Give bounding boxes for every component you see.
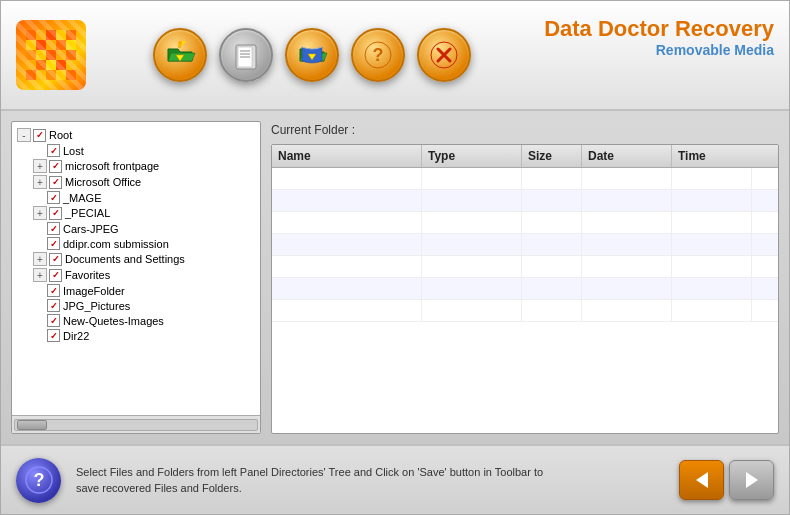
svg-rect-17 [36, 60, 46, 70]
tree-scroll-thumb[interactable] [17, 420, 47, 430]
table-body [272, 168, 778, 322]
close-button[interactable] [415, 26, 473, 84]
table-row[interactable] [272, 256, 778, 278]
svg-marker-42 [746, 472, 758, 488]
toolbar: ? [151, 26, 473, 84]
tree-item-lost[interactable]: Lost [33, 143, 255, 158]
label-imgfolder: ImageFolder [63, 285, 125, 297]
cell [522, 300, 582, 321]
checkbox-docs[interactable] [49, 253, 62, 266]
open-button[interactable] [151, 26, 209, 84]
read-button[interactable] [217, 26, 275, 84]
cell [582, 212, 672, 233]
col-time: Time [672, 145, 752, 167]
save-button[interactable] [283, 26, 341, 84]
back-button[interactable] [679, 460, 724, 500]
table-row[interactable] [272, 300, 778, 322]
expand-special[interactable]: + [33, 206, 47, 220]
tree-scroll-track[interactable] [14, 419, 258, 431]
tree-item-jpgpic[interactable]: JPG_Pictures [33, 298, 255, 313]
tree-item-msoffice[interactable]: + Microsoft Office [33, 174, 255, 190]
table-row[interactable] [272, 212, 778, 234]
label-special: _PECIAL [65, 207, 110, 219]
cell [422, 278, 522, 299]
checkbox-dir22[interactable] [47, 329, 60, 342]
tree-area[interactable]: - Root Lost + microsoft frontpage [12, 122, 260, 415]
svg-rect-21 [26, 70, 36, 80]
cell [272, 300, 422, 321]
cell [422, 212, 522, 233]
svg-rect-13 [46, 50, 56, 60]
label-msoffice: Microsoft Office [65, 176, 141, 188]
cell [672, 300, 752, 321]
expand-root[interactable]: - [17, 128, 31, 142]
svg-text:?: ? [373, 45, 384, 65]
label-msfront: microsoft frontpage [65, 160, 159, 172]
checkbox-msfront[interactable] [49, 160, 62, 173]
label-image: _MAGE [63, 192, 102, 204]
label-carsjpeg: Cars-JPEG [63, 223, 119, 235]
app-logo [16, 20, 86, 90]
svg-rect-3 [46, 30, 56, 40]
tree-item-favorites[interactable]: + Favorites [33, 267, 255, 283]
tree-item-carsjpeg[interactable]: Cars-JPEG [33, 221, 255, 236]
tree-item-special[interactable]: + _PECIAL [33, 205, 255, 221]
table-row[interactable] [272, 168, 778, 190]
svg-rect-8 [46, 40, 56, 50]
svg-rect-25 [66, 70, 76, 80]
bottom-text-line1: Select Files and Folders from left Panel… [76, 466, 543, 478]
cell [272, 168, 422, 189]
checkbox-image[interactable] [47, 191, 60, 204]
tree-item-docs[interactable]: + Documents and Settings [33, 251, 255, 267]
svg-rect-4 [56, 30, 66, 40]
label-ddipr: ddipr.com submission [63, 238, 169, 250]
checkbox-ddipr[interactable] [47, 237, 60, 250]
expand-msfront[interactable]: + [33, 159, 47, 173]
cell [422, 190, 522, 211]
checkbox-root[interactable] [33, 129, 46, 142]
checkbox-newquotes[interactable] [47, 314, 60, 327]
tree-item-msfront[interactable]: + microsoft frontpage [33, 158, 255, 174]
checkbox-jpgpic[interactable] [47, 299, 60, 312]
cell [272, 278, 422, 299]
cell [582, 234, 672, 255]
svg-rect-1 [26, 30, 36, 40]
tree-item-image[interactable]: _MAGE [33, 190, 255, 205]
svg-rect-16 [26, 60, 36, 70]
tree-item-newquotes[interactable]: New-Quetes-Images [33, 313, 255, 328]
checkbox-lost[interactable] [47, 144, 60, 157]
app-title-main: Data Doctor Recovery [544, 16, 774, 42]
app-title-sub: Removable Media [544, 42, 774, 58]
forward-button[interactable] [729, 460, 774, 500]
checkbox-msoffice[interactable] [49, 176, 62, 189]
checkbox-imgfolder[interactable] [47, 284, 60, 297]
expand-msoffice[interactable]: + [33, 175, 47, 189]
svg-text:?: ? [33, 470, 44, 490]
file-table: Name Type Size Date Time [271, 144, 779, 434]
tree-item-ddipr[interactable]: ddipr.com submission [33, 236, 255, 251]
label-root: Root [49, 129, 72, 141]
table-row[interactable] [272, 234, 778, 256]
checkbox-special[interactable] [49, 207, 62, 220]
col-date: Date [582, 145, 672, 167]
tree-item-root[interactable]: - Root [17, 127, 255, 143]
svg-rect-11 [26, 50, 36, 60]
cell [272, 234, 422, 255]
expand-favorites[interactable]: + [33, 268, 47, 282]
content-area: - Root Lost + microsoft frontpage [1, 111, 789, 444]
col-type: Type [422, 145, 522, 167]
checkbox-favorites[interactable] [49, 269, 62, 282]
help-button[interactable]: ? [349, 26, 407, 84]
checkbox-carsjpeg[interactable] [47, 222, 60, 235]
info-icon: ? [16, 458, 61, 503]
svg-rect-6 [26, 40, 36, 50]
table-row[interactable] [272, 278, 778, 300]
right-panel: Current Folder : Name Type Size Date Tim… [271, 121, 779, 434]
tree-scrollbar[interactable] [12, 415, 260, 433]
label-docs: Documents and Settings [65, 253, 185, 265]
tree-item-dir22[interactable]: Dir22 [33, 328, 255, 343]
tree-item-imgfolder[interactable]: ImageFolder [33, 283, 255, 298]
cell [672, 256, 752, 277]
expand-docs[interactable]: + [33, 252, 47, 266]
table-row[interactable] [272, 190, 778, 212]
